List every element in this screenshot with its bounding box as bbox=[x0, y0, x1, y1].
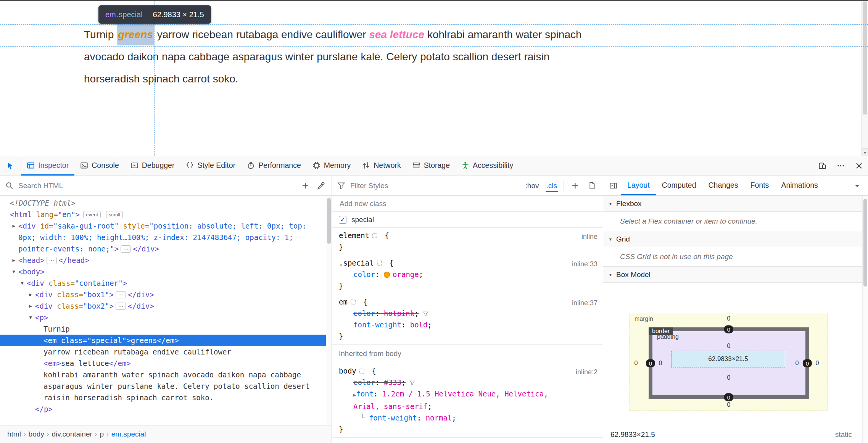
rule-source-link[interactable]: inline:37 bbox=[572, 297, 597, 309]
sidebar-tab-fonts[interactable]: Fonts bbox=[744, 176, 775, 195]
markup-scrollbar[interactable] bbox=[326, 196, 332, 425]
twisty-icon[interactable]: ▶ bbox=[10, 255, 17, 266]
selector-target-icon[interactable] bbox=[359, 368, 365, 374]
margin-left-value[interactable]: 0 bbox=[634, 360, 638, 367]
css-property-name[interactable]: color bbox=[353, 378, 375, 387]
markup-node-row[interactable]: <em>sea lettuce</em> bbox=[0, 358, 326, 369]
markup-node-row[interactable]: ▶<div id="saka-gui-root" style="position… bbox=[0, 220, 326, 255]
css-property-value[interactable]: bold bbox=[410, 321, 428, 329]
devtools-tab-network[interactable]: Network bbox=[356, 156, 407, 176]
css-property-value[interactable]: 1.2em / 1.5 Helvetica Neue, Helvetica, A… bbox=[353, 390, 548, 411]
search-html-input[interactable] bbox=[18, 181, 291, 190]
eyedropper-button[interactable] bbox=[315, 182, 326, 190]
markup-node-row[interactable]: ▼<body> bbox=[0, 266, 326, 277]
markup-node-row[interactable]: ▶<head>⋯</head> bbox=[0, 255, 326, 266]
twisty-icon[interactable]: ▶ bbox=[10, 220, 17, 232]
breadcrumb-item[interactable]: html bbox=[5, 430, 24, 438]
breadcrumb-item[interactable]: body bbox=[26, 430, 47, 438]
markup-node-row[interactable]: Turnip bbox=[0, 323, 326, 335]
selector-target-icon[interactable] bbox=[372, 233, 378, 238]
selector-target-icon[interactable] bbox=[350, 299, 356, 305]
devtools-tab-storage[interactable]: Storage bbox=[407, 156, 456, 176]
breadcrumb-item[interactable]: div.container bbox=[49, 430, 95, 438]
box-model-content-box[interactable]: 62.9833×21.5 bbox=[671, 351, 785, 367]
padding-bottom-value[interactable]: 0 bbox=[727, 374, 731, 381]
sidebar-toggle-button[interactable] bbox=[606, 176, 621, 195]
margin-right-value[interactable]: 0 bbox=[816, 360, 819, 367]
border-top-value[interactable]: 0 bbox=[724, 325, 733, 333]
selector-target-icon[interactable] bbox=[377, 260, 382, 266]
devtools-tab-style-editor[interactable]: Style Editor bbox=[180, 156, 241, 176]
twisty-icon[interactable]: ▼ bbox=[19, 277, 26, 289]
breadcrumb-item[interactable]: em.special bbox=[109, 430, 149, 438]
devtools-tab-accessibility[interactable]: Accessibility bbox=[456, 156, 519, 176]
flexbox-section-header[interactable]: ▾ Flexbox bbox=[603, 196, 868, 212]
markup-node-row[interactable]: <!DOCTYPE html> bbox=[0, 197, 326, 209]
markup-node-row[interactable]: ▼<p> bbox=[0, 312, 326, 323]
sidebar-tab-layout[interactable]: Layout bbox=[621, 176, 656, 195]
markup-scrollbar-thumb[interactable] bbox=[327, 198, 331, 244]
box-model-section-header[interactable]: ▾ Box Model bbox=[603, 267, 868, 283]
rule-source-link[interactable]: inline bbox=[581, 231, 597, 242]
overridden-filter-icon[interactable] bbox=[409, 380, 415, 386]
css-declaration[interactable]: color: #333; bbox=[332, 377, 584, 388]
overridden-filter-icon[interactable] bbox=[423, 311, 428, 317]
sidebar-tab-animations[interactable]: Animations bbox=[775, 176, 824, 195]
border-bottom-value[interactable]: 0 bbox=[724, 393, 733, 401]
css-property-value[interactable]: normal bbox=[426, 414, 452, 422]
rule-selector[interactable]: .special bbox=[339, 259, 374, 267]
node-picker-button[interactable] bbox=[0, 156, 21, 176]
pseudo-class-toggle[interactable]: :hov bbox=[525, 180, 540, 191]
css-property-name[interactable]: color bbox=[353, 270, 375, 279]
rule-selector[interactable]: element bbox=[339, 231, 369, 240]
add-new-class-input[interactable] bbox=[339, 199, 596, 208]
devtools-menu-button[interactable] bbox=[831, 156, 850, 176]
markup-node-row[interactable]: yarrow ricebean rutabaga endive cauliflo… bbox=[0, 346, 326, 358]
layout-scrollbar-thumb[interactable] bbox=[863, 199, 867, 287]
padding-left-value[interactable]: 0 bbox=[659, 360, 662, 367]
rule-source-link[interactable]: inline:2 bbox=[576, 366, 597, 378]
filter-styles-input[interactable] bbox=[349, 181, 520, 190]
devtools-close-button[interactable] bbox=[850, 156, 868, 176]
padding-right-value[interactable]: 0 bbox=[796, 360, 799, 367]
markup-node-row[interactable]: <em class="special">greens</em> bbox=[0, 335, 326, 346]
class-panel-toggle[interactable]: .cls bbox=[546, 180, 558, 191]
rule-selector[interactable]: body bbox=[339, 367, 356, 375]
css-property-value[interactable]: orange bbox=[393, 270, 419, 279]
stylesheet-button[interactable] bbox=[586, 182, 597, 190]
inline-ellipsis[interactable]: ⋯ bbox=[121, 245, 131, 253]
css-declaration[interactable]: color: hotpink; bbox=[332, 308, 584, 319]
markup-node-row[interactable]: ▶<div class="box1">⋯</div> bbox=[0, 289, 326, 300]
css-property-name[interactable]: font bbox=[356, 390, 374, 398]
rule-selector[interactable]: em bbox=[339, 298, 348, 306]
css-property-value[interactable]: hotpink bbox=[384, 309, 414, 317]
grid-section-header[interactable]: ▾ Grid bbox=[603, 231, 868, 247]
css-declaration[interactable]: ▶font: 1.2em / 1.5 Helvetica Neue, Helve… bbox=[332, 388, 584, 412]
devtools-tab-memory[interactable]: Memory bbox=[307, 156, 356, 176]
markup-node-row[interactable]: <html lang="en">eventscroll bbox=[0, 209, 326, 220]
rule-source-link[interactable]: inline:33 bbox=[572, 258, 597, 270]
margin-top-value[interactable]: 0 bbox=[727, 315, 731, 322]
twisty-icon[interactable]: ▼ bbox=[10, 266, 17, 277]
badge-scroll[interactable]: scroll bbox=[106, 211, 123, 218]
class-checkbox[interactable] bbox=[339, 216, 346, 224]
css-declaration[interactable]: font-weight: bold; bbox=[332, 319, 584, 330]
markup-node-row[interactable]: </p> bbox=[0, 403, 326, 415]
page-scrollbar-down-button[interactable]: ▾ bbox=[862, 148, 868, 156]
inline-ellipsis[interactable]: ⋯ bbox=[116, 291, 126, 298]
page-scrollbar-thumb[interactable] bbox=[863, 2, 867, 114]
content-dimensions[interactable]: 62.9833×21.5 bbox=[708, 355, 748, 363]
add-rule-button[interactable] bbox=[570, 182, 581, 190]
css-property-name[interactable]: font-weight bbox=[369, 414, 417, 422]
css-declaration[interactable]: └ font-weight: normal; bbox=[332, 412, 584, 424]
page-scrollbar[interactable]: ▾ bbox=[862, 2, 868, 156]
margin-bottom-value[interactable]: 0 bbox=[727, 401, 731, 408]
css-property-value[interactable]: #333 bbox=[384, 378, 401, 387]
twisty-icon[interactable]: ▼ bbox=[27, 312, 34, 323]
css-property-name[interactable]: font-weight bbox=[353, 321, 401, 329]
add-node-button[interactable] bbox=[300, 182, 311, 190]
inline-ellipsis[interactable]: ⋯ bbox=[47, 257, 57, 264]
all-tabs-dropdown[interactable] bbox=[853, 176, 861, 196]
devtools-tab-debugger[interactable]: Debugger bbox=[125, 156, 180, 176]
layout-pane-scrollbar[interactable] bbox=[862, 196, 868, 443]
